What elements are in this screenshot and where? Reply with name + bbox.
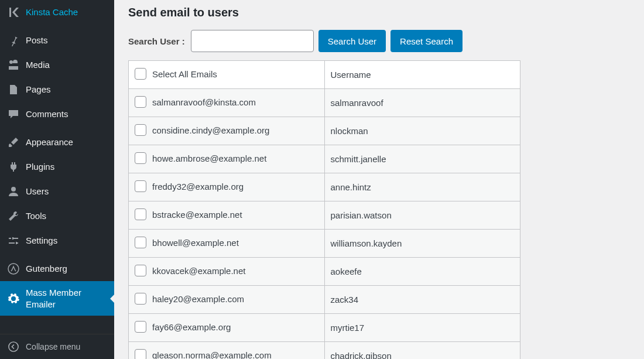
cell-email: freddy32@example.org [129, 173, 325, 201]
email-text: considine.cindy@example.org [152, 125, 269, 135]
admin-sidebar: Kinsta CachePostsMediaPagesCommentsAppea… [0, 0, 114, 359]
cell-email: gleason.norma@example.com [129, 342, 325, 360]
cell-email: considine.cindy@example.org [129, 117, 325, 145]
select-all-checkbox[interactable] [135, 68, 146, 80]
cell-username: zack34 [324, 286, 520, 314]
table-row: haley20@example.comzack34 [129, 286, 520, 314]
sidebar-item-label: Pages [26, 84, 107, 95]
cell-email: fay66@example.org [129, 314, 325, 342]
sidebar-item-users[interactable]: Users [0, 179, 114, 204]
cell-email: salmanravoof@kinsta.com [129, 89, 325, 117]
sidebar-item-label: Settings [26, 235, 107, 247]
sidebar-item-media[interactable]: Media [0, 53, 114, 77]
gutenberg-icon [7, 262, 20, 275]
sidebar-item-label: Gutenberg [26, 263, 107, 275]
table-row: bhowell@example.netwilliamson.kayden [129, 230, 520, 258]
email-text: bhowell@example.net [152, 238, 239, 248]
plug-icon [7, 160, 20, 173]
cell-email: haley20@example.com [129, 286, 325, 314]
row-checkbox[interactable] [135, 293, 146, 305]
sidebar-item-pages[interactable]: Pages [0, 77, 114, 102]
sidebar-item-kinsta-cache[interactable]: Kinsta Cache [0, 0, 114, 25]
media-icon [7, 59, 20, 71]
email-text: salmanravoof@kinsta.com [152, 97, 256, 107]
cell-username: anne.hintz [324, 173, 520, 201]
sidebar-item-label: Users [26, 186, 107, 197]
collapse-icon [7, 340, 20, 353]
header-username: Username [324, 61, 520, 89]
cell-email: howe.ambrose@example.net [129, 145, 325, 173]
row-checkbox[interactable] [135, 237, 146, 248]
row-checkbox[interactable] [135, 349, 146, 359]
sidebar-item-plugins[interactable]: Plugins [0, 155, 114, 179]
sidebar-item-label: Appearance [26, 136, 107, 148]
row-checkbox[interactable] [135, 265, 146, 276]
gear-icon [7, 292, 20, 305]
sidebar-item-label: Media [26, 59, 107, 71]
svg-point-0 [9, 60, 13, 64]
cell-email: kkovacek@example.net [129, 258, 325, 286]
cell-username: nlockman [324, 117, 520, 145]
users-table: Select All Emails Username salmanravoof@… [128, 60, 520, 359]
cell-username: aokeefe [324, 258, 520, 286]
search-input[interactable] [191, 30, 314, 52]
email-text: kkovacek@example.net [152, 266, 245, 276]
sidebar-item-label: Tools [26, 210, 107, 222]
svg-point-3 [8, 264, 19, 274]
cell-username: myrtie17 [324, 314, 520, 342]
cell-email: bstracke@example.net [129, 201, 325, 230]
row-checkbox[interactable] [135, 208, 146, 220]
sidebar-item-appearance[interactable]: Appearance [0, 130, 114, 155]
table-row: kkovacek@example.netaokeefe [129, 258, 520, 286]
search-user-button[interactable]: Search User [318, 30, 386, 52]
row-checkbox[interactable] [135, 124, 146, 136]
user-icon [7, 185, 20, 198]
sidebar-item-gutenberg[interactable]: Gutenberg [0, 257, 114, 281]
search-row: Search User : Search User Reset Search [128, 30, 630, 52]
email-text: freddy32@example.org [152, 182, 244, 192]
sidebar-item-posts[interactable]: Posts [0, 28, 114, 53]
collapse-label: Collapse menu [26, 342, 80, 351]
sidebar-item-label: Kinsta Cache [26, 6, 107, 18]
kinsta-icon [7, 6, 20, 19]
table-header-row: Select All Emails Username [129, 61, 520, 89]
table-row: howe.ambrose@example.netschmitt.janelle [129, 145, 520, 173]
collapse-menu[interactable]: Collapse menu [0, 334, 114, 359]
page-icon [7, 83, 20, 96]
sidebar-item-mass-member-emailer[interactable]: Mass Member Emailer [0, 281, 114, 316]
row-checkbox[interactable] [135, 321, 146, 333]
select-all-label: Select All Emails [152, 69, 217, 79]
cell-username: schmitt.janelle [324, 145, 520, 173]
table-row: gleason.norma@example.comchadrick.gibson [129, 342, 520, 360]
sidebar-item-label: Plugins [26, 161, 107, 173]
email-text: bstracke@example.net [152, 210, 242, 220]
email-text: haley20@example.com [152, 294, 244, 304]
brush-icon [7, 136, 20, 149]
reset-search-button[interactable]: Reset Search [390, 30, 463, 52]
sidebar-item-tools[interactable]: Tools [0, 204, 114, 228]
table-row: bstracke@example.netparisian.watson [129, 201, 520, 230]
svg-point-4 [9, 342, 18, 351]
sidebar-item-label: Comments [26, 108, 107, 120]
cell-username: parisian.watson [324, 201, 520, 230]
table-row: salmanravoof@kinsta.comsalmanravoof [129, 89, 520, 117]
svg-point-2 [11, 187, 16, 192]
row-checkbox[interactable] [135, 180, 146, 192]
table-row: fay66@example.orgmyrtie17 [129, 314, 520, 342]
sidebar-item-label: Posts [26, 35, 107, 46]
row-checkbox[interactable] [135, 152, 146, 164]
pin-icon [7, 34, 20, 47]
search-label: Search User : [128, 36, 185, 46]
wrench-icon [7, 210, 20, 223]
sidebar-item-settings[interactable]: Settings [0, 228, 114, 253]
sidebar-item-label: Mass Member Emailer [26, 287, 107, 310]
cell-username: chadrick.gibson [324, 342, 520, 360]
sidebar-item-comments[interactable]: Comments [0, 102, 114, 126]
header-email: Select All Emails [129, 61, 325, 89]
table-row: freddy32@example.organne.hintz [129, 173, 520, 201]
comment-icon [7, 108, 20, 121]
table-row: considine.cindy@example.orgnlockman [129, 117, 520, 145]
sliders-icon [7, 234, 20, 247]
email-text: howe.ambrose@example.net [152, 153, 266, 163]
row-checkbox[interactable] [135, 96, 146, 108]
